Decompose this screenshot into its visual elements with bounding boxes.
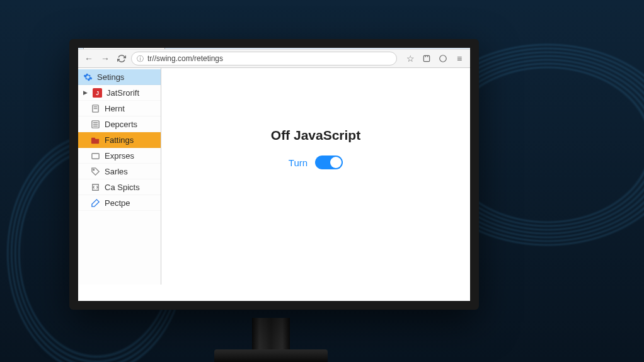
svg-rect-3 [423, 55, 429, 61]
site-info-icon: ⓘ [137, 54, 144, 64]
sidebar-item-caspicts[interactable]: Ca Spicts [78, 179, 161, 195]
back-button[interactable]: ← [82, 52, 96, 65]
pen-icon [91, 198, 100, 208]
url-text: tr//swing.com/retetings [147, 54, 223, 63]
sidebar-item-fattings[interactable]: Fattings [78, 132, 161, 148]
window-minimize-button[interactable]: — [417, 39, 434, 45]
bookmark-button[interactable]: ☆ [403, 52, 417, 65]
sidebar-item-exprses[interactable]: Exprses [78, 148, 161, 164]
sidebar-item-javascript[interactable]: ▶ J JatSrorift [78, 85, 161, 101]
monitor-base [214, 349, 328, 362]
page-content: Setings ▶ J JatSrorift Hernt Depcerts [78, 68, 470, 285]
doc-icon [91, 104, 100, 113]
folder-icon [91, 135, 100, 145]
settings-main-panel: Off JavaScript Turn [161, 68, 470, 285]
favicon-icon [89, 39, 96, 45]
sidebar-item-label: Pectpe [105, 198, 130, 208]
gear-icon [83, 72, 93, 82]
sidebar-item-depcerts[interactable]: Depcerts [78, 116, 161, 132]
menu-button[interactable]: ≡ [452, 52, 466, 65]
sidebar-item-label: Sarles [105, 167, 128, 176]
sidebar-item-label: Depcerts [105, 120, 137, 129]
js-icon: J [93, 88, 102, 98]
reload-button[interactable] [115, 52, 129, 65]
list-icon [91, 120, 100, 129]
sidebar-item-label: Fattings [105, 135, 134, 145]
sidebar-item-hernt[interactable]: Hernt [78, 101, 161, 116]
sidebar-item-label: Setings [97, 72, 124, 82]
tab-title: Niew Figerfielt [100, 39, 148, 46]
sidebar-item-settings[interactable]: Setings [78, 69, 161, 85]
svg-point-1 [92, 39, 96, 42]
browser-tabstrip: Niew Figerfielt × — ☐ ✕ [78, 39, 470, 49]
svg-point-0 [89, 39, 93, 42]
sidebar-item-label: JatSrorift [106, 88, 139, 98]
sidebar-item-sarles[interactable]: Sarles [78, 164, 161, 179]
box-icon [91, 151, 100, 161]
sidebar-item-pectpe[interactable]: Pectpe [78, 195, 161, 211]
address-bar[interactable]: ⓘ tr//swing.com/retetings [131, 52, 397, 65]
javascript-toggle-row: Turn [289, 156, 343, 169]
extension-button[interactable] [420, 52, 434, 65]
browser-tab-active[interactable]: Niew Figerfielt × [83, 39, 165, 49]
browser-toolbar: ← → ⓘ tr//swing.com/retetings ☆ ≡ [78, 49, 470, 68]
svg-point-15 [93, 169, 95, 170]
profile-button[interactable] [436, 52, 450, 65]
script-icon [91, 183, 100, 192]
window-close-button[interactable]: ✕ [452, 39, 469, 45]
javascript-toggle[interactable] [315, 156, 343, 169]
forward-button[interactable]: → [98, 52, 112, 65]
sidebar-item-label: Ca Spicts [105, 183, 140, 192]
tag-icon [91, 167, 100, 176]
sidebar-item-label: Hernt [105, 104, 125, 113]
new-tab-button[interactable] [166, 39, 186, 48]
svg-point-2 [91, 41, 95, 45]
window-maximize-button[interactable]: ☐ [435, 39, 451, 45]
sidebar-item-label: Exprses [105, 151, 134, 161]
toggle-label: Turn [289, 157, 308, 168]
svg-point-4 [440, 55, 447, 62]
monitor-screen: Niew Figerfielt × — ☐ ✕ ← → ⓘ tr//swing.… [69, 39, 479, 310]
setting-heading: Off JavaScript [271, 128, 360, 143]
tab-close-button[interactable]: × [154, 39, 159, 46]
chevron-right-icon: ▶ [83, 89, 88, 96]
svg-text:J: J [96, 90, 99, 96]
settings-sidebar: Setings ▶ J JatSrorift Hernt Depcerts [78, 68, 161, 285]
svg-rect-14 [92, 153, 99, 158]
